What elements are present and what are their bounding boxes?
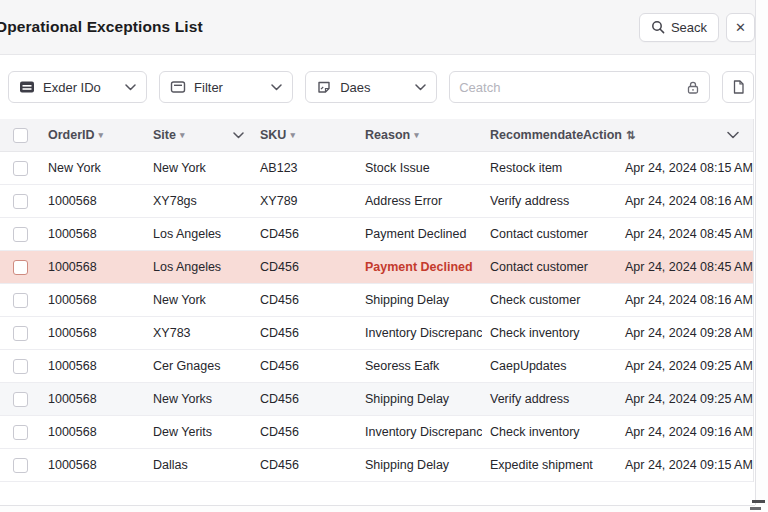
cell-timestamp: Apr 24, 2024 08:15 AM: [617, 161, 753, 175]
file-icon: [731, 79, 746, 95]
column-header-sku[interactable]: SKU ▾: [252, 128, 357, 142]
column-label: Site: [153, 128, 176, 142]
order-id-dropdown-label: Exder IDo: [43, 80, 117, 95]
cell-order-id: 1000568: [40, 293, 145, 307]
filter-toolbar: Exder IDo Filter Daes: [0, 55, 768, 119]
chevron-down-icon[interactable]: [233, 132, 244, 139]
list-icon: [19, 79, 35, 95]
cell-order-id: 1000568: [40, 392, 145, 406]
row-checkbox[interactable]: [13, 458, 28, 473]
cell-sku: XY789: [252, 194, 357, 208]
cell-sku: CD456: [252, 227, 357, 241]
sort-caret-icon: ▾: [414, 130, 419, 140]
vertical-scrollbar[interactable]: [755, 0, 768, 505]
table-header-row: OrderID ▾ Site ▾ SKU ▾ Reason ▾ Recommen…: [0, 119, 753, 152]
row-checkbox-cell: [0, 392, 40, 407]
topbar-actions: Seack ✕: [639, 13, 755, 42]
row-checkbox[interactable]: [13, 326, 28, 341]
chevron-down-icon: [271, 84, 282, 91]
close-button[interactable]: ✕: [726, 13, 755, 42]
row-checkbox-cell: [0, 359, 40, 374]
scrollbar-thumb[interactable]: [752, 500, 765, 503]
column-header-timestamp[interactable]: [617, 131, 753, 139]
operational-exceptions-app: Operational Exceptions List Seack ✕ Exde…: [0, 0, 768, 512]
cell-site: Los Angeles: [145, 260, 252, 274]
search-input[interactable]: [459, 80, 686, 95]
select-all-checkbox-cell: [0, 128, 40, 143]
order-id-dropdown[interactable]: Exder IDo: [8, 71, 147, 103]
table-row[interactable]: 1000568 Dew Yerits CD456 Inventory Discr…: [0, 416, 753, 449]
cell-action: Verify address: [482, 392, 617, 406]
table-row[interactable]: 1000568 Los Angeles CD456 Payment Declin…: [0, 251, 753, 284]
cell-site: XY783: [145, 326, 252, 340]
note-icon: [316, 79, 332, 95]
cell-site: Cer Gnages: [145, 359, 252, 373]
table-row[interactable]: 1000568 Cer Gnages CD456 Seoress Eafk Ca…: [0, 350, 753, 383]
table-row[interactable]: 1000568 XY78gs XY789 Address Error Verif…: [0, 185, 753, 218]
cell-reason: Payment Declined: [357, 227, 482, 241]
row-checkbox-cell: [0, 260, 40, 275]
search-button[interactable]: Seack: [639, 13, 719, 42]
chevron-down-icon: [125, 84, 136, 91]
row-checkbox[interactable]: [13, 392, 28, 407]
cell-sku: CD456: [252, 392, 357, 406]
cell-action: Expedite shipment: [482, 458, 617, 472]
table-row[interactable]: New York New York AB123 Stock Issue Rest…: [0, 152, 753, 185]
cell-reason: Payment Declined: [357, 260, 482, 274]
filter-dropdown[interactable]: Filter: [159, 71, 293, 103]
filter-dropdown-label: Filter: [194, 80, 263, 95]
select-all-checkbox[interactable]: [13, 128, 28, 143]
row-checkbox[interactable]: [13, 194, 28, 209]
cell-reason: Seoress Eafk: [357, 359, 482, 373]
cell-order-id: 1000568: [40, 458, 145, 472]
row-checkbox[interactable]: [13, 293, 28, 308]
table-row[interactable]: 1000568 Los Angeles CD456 Payment Declin…: [0, 218, 753, 251]
cell-sku: CD456: [252, 293, 357, 307]
cell-site: New Yorks: [145, 392, 252, 406]
table-body: New York New York AB123 Stock Issue Rest…: [0, 152, 753, 482]
cell-order-id: New York: [40, 161, 145, 175]
lock-icon: [686, 80, 700, 95]
row-checkbox[interactable]: [13, 425, 28, 440]
close-icon: ✕: [735, 20, 746, 35]
cell-timestamp: Apr 24, 2024 08:16 AM: [617, 194, 753, 208]
horizontal-scrollbar[interactable]: [0, 505, 755, 512]
cell-timestamp: Apr 24, 2024 09:16 AM: [617, 425, 753, 439]
table-row[interactable]: 1000568 New Yorks CD456 Shipping Delay V…: [0, 383, 753, 416]
cell-sku: CD456: [252, 260, 357, 274]
scrollbar-thumb[interactable]: [750, 507, 761, 510]
cell-reason: Shipping Delay: [357, 293, 482, 307]
search-field-wrap: [449, 71, 710, 103]
row-checkbox-cell: [0, 326, 40, 341]
row-checkbox-cell: [0, 293, 40, 308]
chevron-down-icon[interactable]: [727, 131, 739, 139]
cell-site: New York: [145, 293, 252, 307]
column-header-reason[interactable]: Reason ▾: [357, 128, 482, 142]
copy-button[interactable]: [722, 71, 754, 103]
cell-site: XY78gs: [145, 194, 252, 208]
row-checkbox[interactable]: [13, 359, 28, 374]
column-header-action[interactable]: RecommendateAction ⇅: [482, 128, 617, 143]
column-header-orderid[interactable]: OrderID ▾: [40, 128, 145, 142]
cell-sku: AB123: [252, 161, 357, 175]
table-row[interactable]: 1000568 New York CD456 Shipping Delay Ch…: [0, 284, 753, 317]
sort-caret-icon: ▾: [290, 130, 295, 140]
cell-action: Check customer: [482, 293, 617, 307]
table-row[interactable]: 1000568 Dallas CD456 Shipping Delay Expe…: [0, 449, 753, 482]
row-checkbox[interactable]: [13, 161, 28, 176]
cell-sku: CD456: [252, 326, 357, 340]
table-row[interactable]: 1000568 XY783 CD456 Inventory Discrepanc…: [0, 317, 753, 350]
row-checkbox[interactable]: [13, 260, 28, 275]
cell-timestamp: Apr 24, 2024 08:16 AM: [617, 293, 753, 307]
cell-timestamp: Apr 24, 2024 09:15 AM: [617, 458, 753, 472]
cell-reason: Shipping Delay: [357, 392, 482, 406]
cell-order-id: 1000568: [40, 359, 145, 373]
cell-action: Check inventory: [482, 326, 617, 340]
row-checkbox[interactable]: [13, 227, 28, 242]
search-icon: [651, 20, 665, 34]
search-button-label: Seack: [671, 20, 707, 35]
cell-reason: Address Error: [357, 194, 482, 208]
cell-sku: CD456: [252, 458, 357, 472]
column-header-site[interactable]: Site ▾: [145, 128, 252, 142]
date-dropdown[interactable]: Daes: [305, 71, 437, 103]
